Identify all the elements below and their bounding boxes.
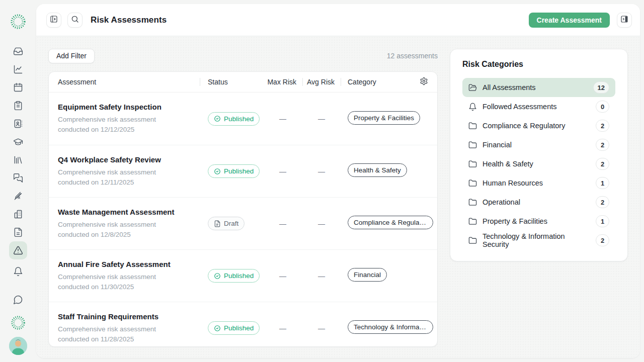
search-button[interactable] [67,13,83,28]
contacts-icon[interactable] [9,115,27,133]
avg-risk-value: — [302,115,341,123]
category-label: Compliance & Regulatory [482,122,565,130]
status-badge: Draft [208,217,245,230]
category-badge: Property & Facilities [348,111,420,125]
folder-icon [468,160,477,168]
assessments-table: Assessment Status Max Risk Avg Risk Cate… [48,71,438,347]
category-list-item[interactable]: Followed Assessments 0 [462,97,615,116]
search-icon [71,15,79,25]
category-count-badge: 1 [596,215,609,227]
column-header-max-risk[interactable]: Max Risk [263,78,302,86]
toolbar: Add Filter 12 assessments [48,49,438,63]
category-badge: Compliance & Regulatory [348,216,433,229]
avg-risk-value: — [302,272,341,280]
risk-assessments-icon[interactable] [9,241,27,259]
category-list-item[interactable]: Technology & Information Security 2 [462,231,615,250]
panel-right-icon [620,15,628,25]
check-circle-icon [214,273,221,280]
check-circle-icon [214,168,221,175]
user-avatar[interactable] [9,337,27,355]
avg-risk-value: — [302,220,341,228]
gear-icon [420,77,428,87]
category-label: Property & Facilities [482,217,547,225]
table-row[interactable]: Staff Training Requirements Comprehensiv… [49,302,437,347]
category-count-badge: 12 [593,81,609,94]
category-list-item[interactable]: Property & Facilities 1 [462,212,615,231]
check-circle-icon [214,325,221,332]
sidebar [0,0,36,362]
app-logo-bottom-icon[interactable] [10,315,26,331]
toggle-right-panel-button[interactable] [617,13,632,28]
category-badge: Health & Safety [348,163,407,177]
assessment-title: Waste Management Assessment [58,208,200,216]
library-icon[interactable] [9,151,27,169]
edit-tools-icon[interactable] [9,187,27,205]
assessment-title: Annual Fire Safety Assessment [58,260,200,268]
table-row[interactable]: Annual Fire Safety Assessment Comprehens… [49,249,437,302]
document-icon[interactable] [9,223,27,241]
category-count-badge: 2 [596,234,609,246]
create-assessment-button[interactable]: Create Assessment [529,13,610,28]
max-risk-value: — [263,115,302,123]
category-list-item[interactable]: Financial 2 [462,135,615,154]
assessment-description: Comprehensive risk assessment conducted … [58,324,175,344]
status-label: Draft [224,220,238,227]
category-count-badge: 1 [596,177,609,189]
add-filter-button[interactable]: Add Filter [48,49,95,63]
app-logo-icon [10,13,27,30]
category-badge: Technology & Information Security [348,320,433,334]
organization-icon[interactable] [9,205,27,223]
status-badge: Published [208,164,260,178]
table-row[interactable]: Equipment Safety Inspection Comprehensiv… [49,93,437,145]
status-badge: Published [208,321,260,335]
table-settings-button[interactable] [415,77,432,87]
education-icon[interactable] [9,133,27,151]
status-label: Published [224,115,254,123]
risk-categories-panel: Risk Categories All Assessments 12 Follo… [450,49,628,261]
toggle-left-panel-button[interactable] [46,13,61,28]
category-label: Health & Safety [482,160,533,168]
column-header-assessment[interactable]: Assessment [58,78,200,86]
category-list-item[interactable]: Health & Safety 2 [462,154,615,173]
folder-icon [468,236,477,245]
status-label: Published [224,272,254,280]
status-badge: Published [208,269,260,283]
max-risk-value: — [263,272,302,280]
folder-icon [468,141,477,149]
notifications-icon[interactable] [9,262,27,281]
bell-icon [468,103,477,111]
category-count-badge: 0 [596,101,609,113]
folder-icon [468,198,477,207]
category-list-item[interactable]: All Assessments 12 [462,78,615,97]
category-list: All Assessments 12 Followed Assessments … [462,78,615,250]
clipboard-icon[interactable] [9,97,27,115]
sidebar-nav [0,42,36,355]
panel-left-icon [50,15,58,25]
avg-risk-value: — [302,324,341,332]
draft-file-icon [214,220,221,227]
messages-icon[interactable] [9,169,27,187]
column-header-status[interactable]: Status [200,78,263,86]
max-risk-value: — [263,167,302,175]
table-row[interactable]: Q4 Workplace Safety Review Comprehensive… [49,145,437,197]
calendar-icon[interactable] [9,78,27,97]
status-badge: Published [208,112,260,126]
category-label: All Assessments [482,83,536,92]
table-row[interactable]: Waste Management Assessment Comprehensiv… [49,197,437,249]
assessment-description: Comprehensive risk assessment conducted … [58,115,175,135]
assessment-title: Q4 Workplace Safety Review [58,155,200,164]
category-list-item[interactable]: Operational 2 [462,193,615,212]
category-label: Technology & Information Security [482,232,590,248]
category-list-item[interactable]: Human Resources 1 [462,173,615,193]
category-label: Operational [482,198,520,206]
column-header-category[interactable]: Category [341,78,415,86]
chat-icon[interactable] [9,291,27,309]
column-header-avg-risk[interactable]: Avg Risk [302,78,341,86]
analytics-icon[interactable] [9,60,27,78]
content-area: Add Filter 12 assessments Assessment Sta… [36,36,640,358]
category-list-item[interactable]: Compliance & Regulatory 2 [462,116,615,135]
page-title: Risk Assessments [91,15,167,25]
folder-icon [468,179,477,188]
inbox-icon[interactable] [9,42,27,60]
folder-icon [468,122,477,130]
